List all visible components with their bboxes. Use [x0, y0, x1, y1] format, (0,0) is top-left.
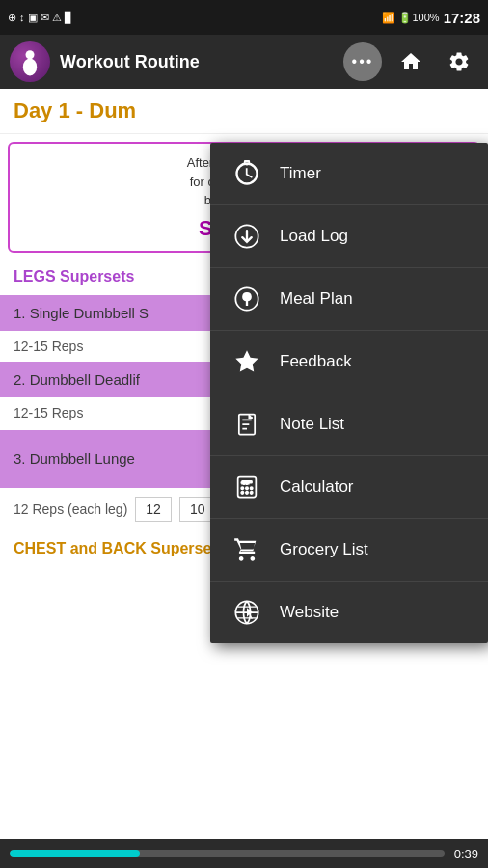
svg-point-11: [241, 492, 243, 494]
svg-text:÷×: ÷×: [241, 481, 245, 485]
top-bar: Workout Routine •••: [0, 35, 488, 89]
timer-label: Timer: [280, 164, 321, 183]
menu-dots-button[interactable]: •••: [343, 42, 382, 81]
svg-point-9: [246, 487, 248, 489]
clock: 17:28: [444, 10, 480, 26]
bottom-timer: 0:39: [454, 847, 478, 861]
meal-plan-icon: [230, 282, 264, 316]
website-label: Website: [280, 603, 339, 622]
svg-point-12: [246, 492, 248, 494]
menu-item-meal-plan[interactable]: Meal Plan: [210, 268, 488, 331]
menu-item-grocery-list[interactable]: Grocery List: [210, 519, 488, 582]
svg-point-10: [251, 487, 253, 489]
svg-point-8: [241, 487, 243, 489]
svg-point-13: [251, 492, 253, 494]
svg-point-0: [26, 50, 35, 59]
menu-item-load-log[interactable]: Load Log: [210, 205, 488, 268]
svg-point-1: [23, 58, 37, 75]
menu-item-timer[interactable]: Timer: [210, 143, 488, 205]
main-content: Day 1 - Dum After the last move cfor one…: [0, 89, 488, 839]
home-button[interactable]: [392, 42, 430, 81]
bottom-bar: 0:39: [0, 839, 488, 868]
app-icon: [10, 41, 50, 82]
calculator-label: Calculator: [280, 477, 354, 497]
timer-icon: [230, 156, 264, 191]
note-list-icon: [230, 407, 264, 442]
status-icons-left: ⊕ ↕ ▣ ✉ ⚠ ▊: [8, 12, 72, 24]
app-title: Workout Routine: [60, 52, 334, 72]
website-icon: [230, 595, 264, 630]
progress-fill: [10, 850, 140, 857]
rep-label: 12 Reps (each leg): [14, 502, 127, 517]
meal-plan-label: Meal Plan: [280, 289, 353, 309]
settings-button[interactable]: [440, 42, 478, 81]
status-bar: ⊕ ↕ ▣ ✉ ⚠ ▊ 📶 🔋100% 17:28: [0, 0, 488, 35]
note-list-label: Note List: [280, 415, 344, 434]
feedback-label: Feedback: [280, 352, 352, 371]
rep-input-1[interactable]: 12: [135, 497, 172, 522]
load-log-icon: [230, 219, 264, 254]
load-log-label: Load Log: [280, 227, 348, 246]
menu-item-website[interactable]: Website: [210, 582, 488, 643]
status-time: 📶 🔋100% 17:28: [382, 10, 480, 26]
feedback-icon: [230, 344, 264, 379]
grocery-list-label: Grocery List: [280, 540, 368, 559]
menu-item-calculator[interactable]: ÷× +- Calculator: [210, 456, 488, 519]
menu-item-note-list[interactable]: Note List: [210, 393, 488, 456]
day-header: Day 1 - Dum: [0, 89, 488, 134]
menu-item-feedback[interactable]: Feedback: [210, 331, 488, 393]
calculator-icon: ÷× +-: [230, 470, 264, 504]
dropdown-menu: Timer Load Log Meal Plan: [210, 143, 488, 643]
progress-track: [10, 850, 445, 857]
grocery-list-icon: [230, 532, 264, 567]
